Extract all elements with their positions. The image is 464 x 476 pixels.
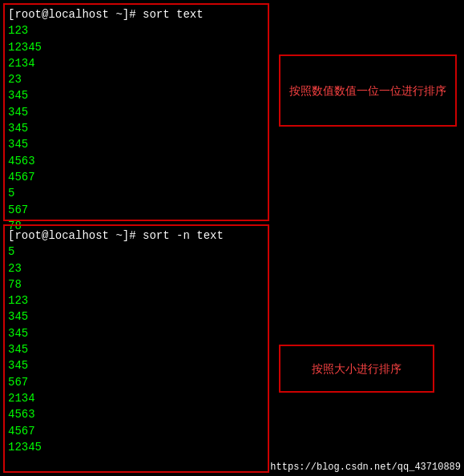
output-line: 567 bbox=[5, 202, 268, 218]
output-line: 4563 bbox=[5, 406, 268, 422]
output-line: 345 bbox=[5, 136, 268, 152]
output-line: 12345 bbox=[5, 39, 268, 55]
output-line: 345 bbox=[5, 120, 268, 136]
output-line: 345 bbox=[5, 325, 268, 341]
output-line: 78 bbox=[5, 276, 268, 292]
output-line: 345 bbox=[5, 357, 268, 373]
terminal-section-top: [root@localhost ~]# sort text 123 12345 … bbox=[3, 3, 269, 221]
command-line-1: [root@localhost ~]# sort text bbox=[5, 6, 268, 22]
output-line: 345 bbox=[5, 104, 268, 120]
annotation-box-bottom: 按照大小进行排序 bbox=[279, 345, 434, 393]
output-line: 5 bbox=[5, 244, 268, 260]
annotation-box-top: 按照数值数值一位一位进行排序 bbox=[279, 54, 457, 127]
output-line: 23 bbox=[5, 260, 268, 276]
output-line: 2134 bbox=[5, 390, 268, 406]
output-line: 2134 bbox=[5, 55, 268, 71]
output-line: 4563 bbox=[5, 153, 268, 169]
output-line: 123 bbox=[5, 292, 268, 309]
output-line: 4567 bbox=[5, 169, 268, 185]
output-line: 345 bbox=[5, 87, 268, 103]
output-line: 567 bbox=[5, 374, 268, 390]
output-line: 23 bbox=[5, 71, 268, 87]
command-line-2: [root@localhost ~]# sort -n text bbox=[5, 228, 268, 244]
footer-url: https://blog.csdn.net/qq_43710889 bbox=[270, 462, 461, 473]
output-line: 4567 bbox=[5, 423, 268, 439]
terminal-section-bottom: [root@localhost ~]# sort -n text 5 23 78… bbox=[3, 224, 269, 473]
output-line: 345 bbox=[5, 341, 268, 357]
output-line: 123 bbox=[5, 22, 268, 38]
output-line: 12345 bbox=[5, 439, 268, 455]
output-line: 345 bbox=[5, 309, 268, 325]
output-line: 5 bbox=[5, 185, 268, 201]
